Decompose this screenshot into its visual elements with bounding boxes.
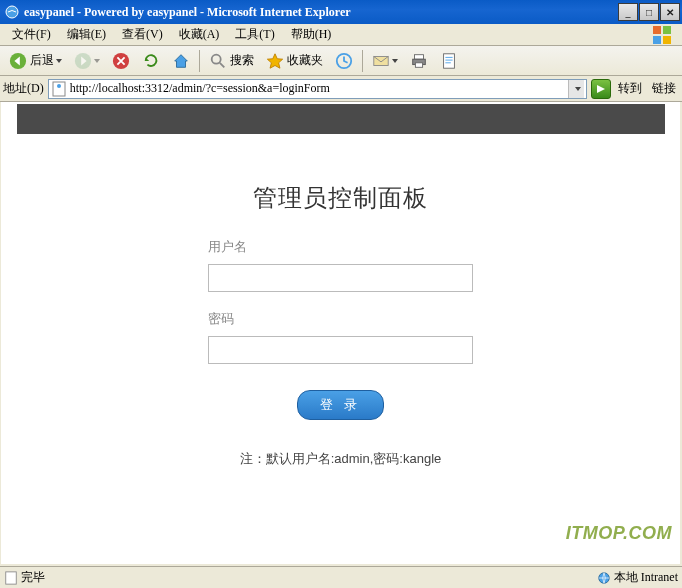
menu-file[interactable]: 文件(F) bbox=[4, 24, 59, 45]
home-button[interactable] bbox=[167, 49, 195, 73]
page-content: 管理员控制面板 用户名 密码 登 录 注：默认用户名:admin,密码:kang… bbox=[1, 102, 680, 564]
close-button[interactable]: ✕ bbox=[660, 3, 680, 21]
stop-button[interactable] bbox=[107, 49, 135, 73]
history-button[interactable] bbox=[330, 49, 358, 73]
chevron-down-icon bbox=[575, 87, 581, 91]
status-zone: 本地 Intranet bbox=[597, 569, 678, 586]
go-button[interactable] bbox=[591, 79, 611, 99]
separator bbox=[199, 50, 200, 72]
mail-button[interactable] bbox=[367, 49, 403, 73]
svg-rect-21 bbox=[6, 571, 17, 583]
password-label: 密码 bbox=[208, 310, 473, 328]
svg-point-8 bbox=[212, 54, 221, 63]
svg-rect-3 bbox=[653, 36, 661, 44]
address-bar: 地址(D) http://localhost:3312/admin/?c=ses… bbox=[0, 76, 682, 102]
svg-rect-1 bbox=[653, 26, 661, 34]
username-input[interactable] bbox=[208, 264, 473, 292]
page-title: 管理员控制面板 bbox=[253, 182, 428, 214]
refresh-button[interactable] bbox=[137, 49, 165, 73]
maximize-button[interactable]: □ bbox=[639, 3, 659, 21]
menu-favorites[interactable]: 收藏(A) bbox=[171, 24, 228, 45]
chevron-down-icon bbox=[94, 59, 100, 63]
address-input[interactable]: http://localhost:3312/admin/?c=session&a… bbox=[48, 79, 587, 99]
search-button[interactable]: 搜索 bbox=[204, 49, 259, 73]
forward-button[interactable] bbox=[69, 49, 105, 73]
edit-button[interactable] bbox=[435, 49, 463, 73]
svg-point-0 bbox=[6, 6, 18, 18]
window-titlebar: easypanel - Powered by easypanel - Micro… bbox=[0, 0, 682, 24]
separator bbox=[362, 50, 363, 72]
svg-rect-4 bbox=[663, 36, 671, 44]
page-icon bbox=[4, 571, 18, 585]
address-url: http://localhost:3312/admin/?c=session&a… bbox=[70, 81, 568, 96]
svg-rect-2 bbox=[663, 26, 671, 34]
page-icon bbox=[51, 81, 67, 97]
watermark: ITMOP.COM bbox=[566, 523, 672, 544]
menu-tools[interactable]: 工具(T) bbox=[227, 24, 282, 45]
go-label: 转到 bbox=[615, 80, 645, 97]
toolbar: 后退 搜索 收藏夹 bbox=[0, 46, 682, 76]
login-button[interactable]: 登 录 bbox=[297, 390, 385, 420]
links-button[interactable]: 链接 bbox=[649, 80, 679, 97]
svg-rect-12 bbox=[415, 54, 424, 59]
menu-view[interactable]: 查看(V) bbox=[114, 24, 171, 45]
menu-bar: 文件(F) 编辑(E) 查看(V) 收藏(A) 工具(T) 帮助(H) bbox=[0, 24, 682, 46]
menu-edit[interactable]: 编辑(E) bbox=[59, 24, 114, 45]
globe-icon bbox=[597, 571, 611, 585]
menu-help[interactable]: 帮助(H) bbox=[283, 24, 340, 45]
username-label: 用户名 bbox=[208, 238, 473, 256]
windows-logo-icon bbox=[642, 24, 682, 46]
svg-point-20 bbox=[57, 84, 61, 88]
address-dropdown[interactable] bbox=[568, 80, 584, 98]
svg-rect-14 bbox=[415, 62, 422, 67]
login-note: 注：默认用户名:admin,密码:kangle bbox=[240, 450, 442, 468]
chevron-down-icon bbox=[392, 59, 398, 63]
print-button[interactable] bbox=[405, 49, 433, 73]
header-band bbox=[17, 104, 665, 134]
address-label: 地址(D) bbox=[3, 80, 44, 97]
chevron-down-icon bbox=[56, 59, 62, 63]
password-input[interactable] bbox=[208, 336, 473, 364]
window-title: easypanel - Powered by easypanel - Micro… bbox=[24, 5, 617, 20]
favorites-button[interactable]: 收藏夹 bbox=[261, 49, 328, 73]
back-button[interactable]: 后退 bbox=[4, 49, 67, 73]
ie-icon bbox=[4, 4, 20, 20]
status-bar: 完毕 本地 Intranet bbox=[0, 566, 682, 588]
status-done: 完毕 bbox=[4, 569, 45, 586]
svg-line-9 bbox=[220, 62, 225, 67]
minimize-button[interactable]: _ bbox=[618, 3, 638, 21]
svg-rect-15 bbox=[444, 53, 455, 67]
